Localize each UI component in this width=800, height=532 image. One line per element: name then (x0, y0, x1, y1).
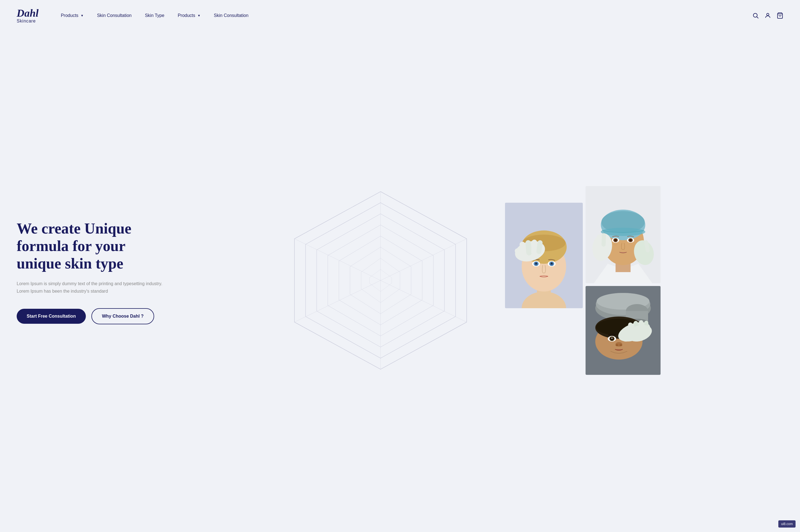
nav-skin-consultation-2[interactable]: Skin Consultation (214, 13, 248, 18)
bag-icon[interactable] (777, 12, 783, 19)
svg-point-76 (619, 344, 622, 346)
image-collage (499, 186, 661, 375)
svg-point-69 (611, 338, 613, 339)
photo-young-woman (505, 203, 583, 308)
svg-point-75 (616, 344, 618, 346)
svg-line-1 (757, 17, 759, 19)
chevron-down-icon-2: ▼ (198, 14, 201, 17)
photo-older-woman (585, 186, 661, 283)
logo-tagline: Skincare (17, 19, 39, 23)
nav-products-1[interactable]: Products ▼ (61, 13, 83, 18)
logo[interactable]: Dahl Skincare (17, 8, 39, 23)
start-consultation-button[interactable]: Start Free Consultation (17, 309, 86, 324)
hero-subtitle: Lorem Ipsum is simply dummy text of the … (17, 280, 172, 295)
nav-links: Products ▼ Skin Consultation Skin Type P… (61, 13, 752, 18)
hero-title: We create Unique formula for your unique… (17, 220, 172, 272)
svg-point-2 (767, 13, 769, 16)
hero-images (360, 31, 800, 530)
chevron-down-icon: ▼ (80, 14, 83, 17)
hero-section: We create Unique formula for your unique… (0, 31, 800, 530)
nav-skin-type[interactable]: Skin Type (145, 13, 164, 18)
navigation: Dahl Skincare Products ▼ Skin Consultati… (0, 0, 800, 31)
user-icon[interactable] (764, 12, 771, 19)
nav-products-2[interactable]: Products ▼ (178, 13, 201, 18)
nav-skin-consultation-1[interactable]: Skin Consultation (97, 13, 132, 18)
photo-man (585, 286, 661, 375)
why-choose-button[interactable]: Why Choose Dahl ? (91, 308, 154, 324)
nav-icons (752, 12, 783, 19)
hero-content: We create Unique formula for your unique… (17, 220, 172, 324)
watermark: ui8.com (778, 520, 796, 528)
svg-point-49 (630, 239, 632, 241)
svg-point-46 (614, 239, 617, 241)
search-icon[interactable] (752, 12, 759, 19)
hero-buttons: Start Free Consultation Why Choose Dahl … (17, 308, 172, 324)
svg-point-0 (754, 13, 757, 17)
svg-point-27 (536, 263, 537, 264)
svg-rect-35 (531, 240, 537, 255)
svg-point-31 (551, 263, 552, 264)
logo-brand: Dahl (17, 8, 39, 18)
svg-rect-52 (601, 233, 606, 247)
